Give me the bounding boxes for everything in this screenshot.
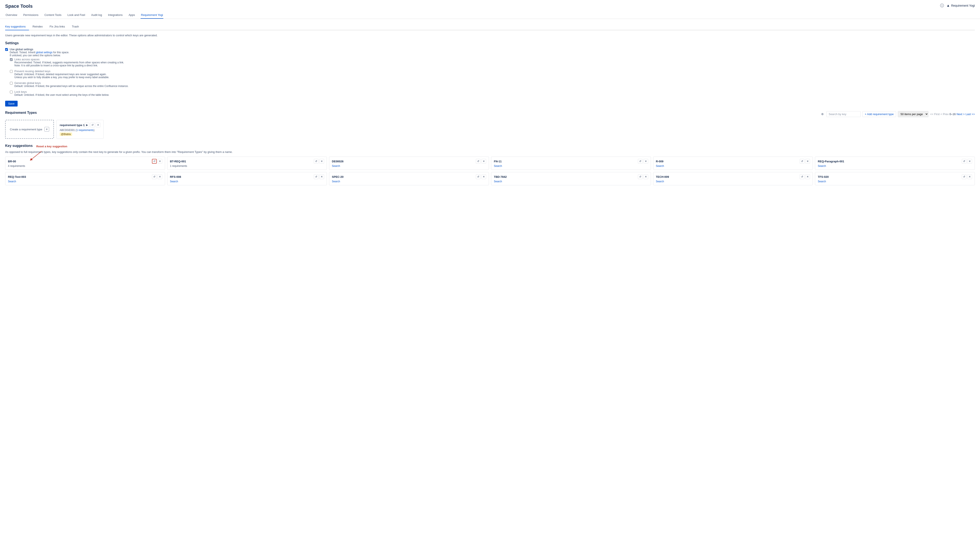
key-sugg-sub: Search bbox=[656, 164, 810, 168]
card-actions: ▶ ↺ ✕ bbox=[84, 123, 100, 128]
reset-key-icon[interactable]: ↺ bbox=[800, 174, 805, 179]
key-sugg-actions: ↺ ✕ bbox=[962, 174, 972, 179]
tab-look-and-feel[interactable]: Look and Feel bbox=[67, 11, 86, 19]
reset-key-icon[interactable]: ↺ bbox=[476, 174, 480, 179]
brand-icon: ▲ bbox=[947, 4, 950, 8]
delete-key-icon[interactable]: ✕ bbox=[158, 174, 162, 179]
reset-key-icon[interactable]: ↺ bbox=[476, 159, 480, 164]
subtab-trash[interactable]: Trash bbox=[68, 23, 83, 30]
lock-keys-item: Lock keys Default: Unticked. If ticked, … bbox=[10, 90, 975, 96]
play-icon[interactable]: ▶ bbox=[84, 123, 89, 128]
top-nav: Overview Permissions Content Tools Look … bbox=[5, 11, 975, 19]
page-description: Users generate new requirement keys in t… bbox=[5, 34, 975, 37]
search-link[interactable]: Search bbox=[656, 180, 664, 183]
search-link[interactable]: Search bbox=[818, 180, 826, 183]
next-page-btn[interactable]: Next > bbox=[957, 113, 965, 116]
key-sugg-header: TBD-7842 ↺ ✕ bbox=[494, 174, 648, 179]
search-link[interactable]: Search bbox=[170, 180, 178, 183]
global-settings-link[interactable]: global settings bbox=[36, 51, 52, 54]
delete-key-icon[interactable]: ✕ bbox=[967, 159, 972, 164]
requirement-types-section: Requirement Types ⚙ + Add requirement ty… bbox=[5, 111, 975, 139]
delete-key-icon[interactable]: ✕ bbox=[319, 174, 324, 179]
reset-icon[interactable]: ↺ bbox=[90, 123, 95, 128]
links-across-checkbox[interactable] bbox=[10, 58, 13, 61]
generate-global-checkbox[interactable] bbox=[10, 82, 13, 85]
delete-key-icon[interactable]: ✕ bbox=[643, 159, 648, 164]
reset-key-icon[interactable]: ↺ bbox=[314, 174, 318, 179]
delete-key-icon[interactable]: ✕ bbox=[643, 174, 648, 179]
key-sugg-header: REQ-Paragraph-001 ↺ ✕ bbox=[818, 159, 972, 164]
delete-icon[interactable]: ✕ bbox=[96, 123, 100, 128]
key-sugg-actions: ↺ ✕ bbox=[152, 174, 162, 179]
search-link[interactable]: Search bbox=[494, 180, 502, 183]
requirements-count-link[interactable]: 1 requirements bbox=[76, 129, 94, 132]
save-button[interactable]: Save bbox=[5, 101, 18, 107]
reset-key-icon[interactable]: ↺ bbox=[800, 159, 805, 164]
key-sugg-sub: 4 requirements bbox=[8, 164, 162, 168]
prev-page-btn[interactable]: < Prev bbox=[940, 113, 949, 116]
delete-key-icon[interactable]: ✕ bbox=[158, 159, 162, 164]
search-link[interactable]: Search bbox=[494, 164, 502, 168]
delete-key-icon[interactable]: ✕ bbox=[319, 159, 324, 164]
delete-key-icon[interactable]: ✕ bbox=[481, 159, 486, 164]
prevent-reuse-checkbox[interactable] bbox=[10, 70, 13, 73]
key-sugg-header: BT-REQ-001 ↺ ✕ bbox=[170, 159, 324, 164]
search-link[interactable]: Search bbox=[8, 180, 16, 183]
page-title: Space Tools bbox=[5, 3, 975, 9]
first-page-btn[interactable]: << First bbox=[930, 113, 940, 116]
key-sugg-item: BR-00 ↺ ✕ 4 requirements bbox=[5, 156, 165, 170]
cards-grid: Create a requirement type + requirement … bbox=[5, 120, 975, 139]
tab-audit-log[interactable]: Audit log bbox=[91, 11, 103, 19]
tab-integrations[interactable]: Integrations bbox=[108, 11, 123, 19]
reset-key-icon[interactable]: ↺ bbox=[152, 159, 157, 164]
create-requirement-type-card[interactable]: Create a requirement type + bbox=[5, 120, 54, 139]
tab-content-tools[interactable]: Content Tools bbox=[44, 11, 62, 19]
subtab-key-suggestions[interactable]: Key suggestions bbox=[5, 23, 29, 30]
reset-key-icon[interactable]: ↺ bbox=[152, 174, 157, 179]
reset-key-icon[interactable]: ↺ bbox=[962, 159, 966, 164]
key-sugg-key: SPEC-20 bbox=[332, 175, 344, 179]
last-page-btn[interactable]: Last >> bbox=[966, 113, 975, 116]
lock-keys-desc1: Default: Unticked. If ticked, the user m… bbox=[14, 93, 109, 96]
key-sugg-header: RFS-008 ↺ ✕ bbox=[170, 174, 324, 179]
use-global-checkbox[interactable] bbox=[5, 48, 8, 51]
card-key: ABCDGE001 (1 requirements) bbox=[60, 129, 100, 132]
links-across-label: Links across spaces bbox=[14, 58, 124, 61]
tab-apps[interactable]: Apps bbox=[128, 11, 135, 19]
key-sugg-sub: Search bbox=[170, 180, 324, 183]
reset-key-icon[interactable]: ↺ bbox=[638, 174, 643, 179]
add-requirement-type-button[interactable]: + Add requirement type bbox=[862, 111, 896, 117]
per-page-select[interactable]: 50 items per page bbox=[898, 111, 929, 117]
use-global-desc: Default: Ticked. Inherit global settings… bbox=[10, 51, 69, 54]
generate-global-label: Generate global keys bbox=[14, 81, 129, 85]
search-link[interactable]: Search bbox=[332, 164, 340, 168]
key-sugg-actions: ↺ ✕ bbox=[314, 174, 324, 179]
delete-key-icon[interactable]: ✕ bbox=[805, 159, 810, 164]
key-sugg-item: BT-REQ-001 ↺ ✕ 1 requirements bbox=[167, 156, 327, 170]
reset-key-icon[interactable]: ↺ bbox=[314, 159, 318, 164]
key-sugg-key: RFS-008 bbox=[170, 175, 181, 179]
key-sugg-header: DE00026 ↺ ✕ bbox=[332, 159, 486, 164]
search-link[interactable]: Search bbox=[332, 180, 340, 183]
subtab-reindex[interactable]: Reindex bbox=[29, 23, 46, 30]
tab-permissions[interactable]: Permissions bbox=[23, 11, 39, 19]
help-icon[interactable]: ⓘ bbox=[940, 3, 944, 8]
key-sugg-sub: Search bbox=[818, 164, 972, 168]
settings-section: Settings Use global settings Default: Ti… bbox=[5, 41, 975, 107]
lock-keys-checkbox[interactable] bbox=[10, 91, 13, 93]
search-link[interactable]: Search bbox=[656, 164, 664, 168]
key-sugg-sub: Search bbox=[332, 180, 486, 183]
reset-key-icon[interactable]: ↺ bbox=[962, 174, 966, 179]
gear-icon[interactable]: ⚙ bbox=[820, 112, 825, 116]
delete-key-icon[interactable]: ✕ bbox=[481, 174, 486, 179]
tab-overview[interactable]: Overview bbox=[5, 11, 18, 19]
search-input[interactable] bbox=[826, 111, 861, 117]
tab-requirement-yogi[interactable]: Requirement Yogi bbox=[141, 11, 164, 19]
create-card-icon[interactable]: + bbox=[45, 127, 49, 132]
delete-key-icon[interactable]: ✕ bbox=[805, 174, 810, 179]
key-sugg-actions: ↺ ✕ bbox=[638, 159, 648, 164]
reset-key-icon[interactable]: ↺ bbox=[638, 159, 643, 164]
subtab-fix-jira-links[interactable]: Fix Jira links bbox=[46, 23, 68, 30]
delete-key-icon[interactable]: ✕ bbox=[967, 174, 972, 179]
search-link[interactable]: Search bbox=[818, 164, 826, 168]
